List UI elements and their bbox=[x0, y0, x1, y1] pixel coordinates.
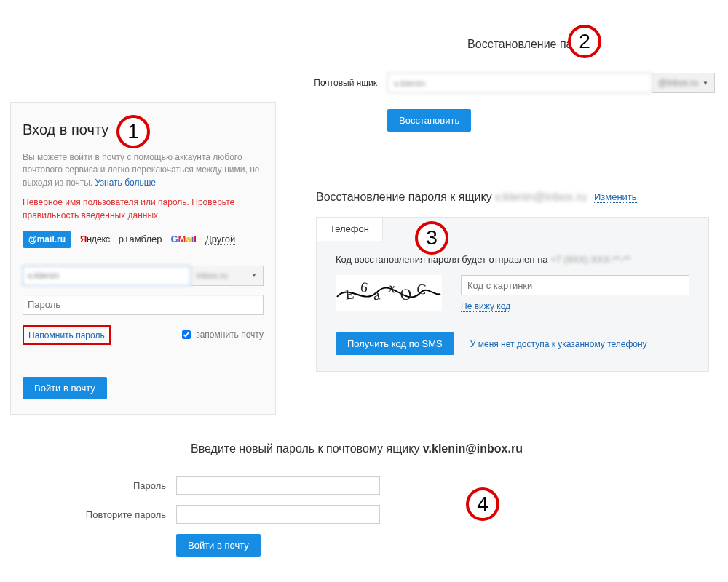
new-password-input[interactable] bbox=[176, 476, 380, 495]
login-description: Вы можете войти в почту с помощью аккаун… bbox=[23, 151, 264, 189]
recover-title: Восстановление пароля bbox=[351, 38, 715, 51]
provider-gmail[interactable]: GMail bbox=[170, 234, 196, 244]
login-password-input[interactable] bbox=[23, 295, 264, 315]
repeat-password-input[interactable] bbox=[176, 505, 380, 524]
repeat-password-label: Повторите пароль bbox=[73, 509, 166, 520]
login-error-text: Неверное имя пользователя или пароль. Пр… bbox=[23, 196, 264, 222]
phone-recover-email: v.klenin@inbox.ru bbox=[495, 191, 587, 204]
step-3-marker: 3 bbox=[415, 221, 448, 255]
captcha-refresh-link[interactable]: Не вижу код bbox=[461, 301, 510, 312]
recover-email-input[interactable] bbox=[387, 73, 652, 93]
svg-text:x: x bbox=[388, 279, 397, 295]
no-phone-access-link[interactable]: У меня нет доступа к указанному телефону bbox=[470, 339, 647, 349]
remind-password-link[interactable]: Напомнить пароль bbox=[28, 330, 105, 340]
tab-phone[interactable]: Телефон bbox=[316, 217, 383, 241]
new-password-label: Пароль bbox=[73, 480, 166, 491]
phone-recover-header: Восстановление пароля к ящику v.klenin@i… bbox=[316, 191, 709, 204]
get-sms-code-button[interactable]: Получить код по SMS bbox=[336, 332, 454, 355]
recover-submit-button[interactable]: Восстановить bbox=[387, 109, 471, 132]
svg-text:C: C bbox=[416, 282, 427, 298]
chevron-down-icon: ▼ bbox=[703, 80, 708, 87]
step-4-marker: 4 bbox=[466, 487, 499, 521]
svg-text:E: E bbox=[344, 286, 355, 302]
learn-more-link[interactable]: Узнать больше bbox=[95, 178, 156, 188]
captcha-code-input[interactable] bbox=[461, 275, 689, 295]
login-submit-button[interactable]: Войти в почту bbox=[23, 377, 107, 399]
remember-mail-checkbox[interactable] bbox=[182, 330, 191, 339]
svg-text:6: 6 bbox=[360, 279, 369, 295]
sms-sent-text: Код восстановления пароля будет отправле… bbox=[336, 254, 689, 265]
captcha-image: E 6 a x О C bbox=[336, 275, 442, 311]
provider-rambler[interactable]: р+амблер bbox=[119, 234, 162, 244]
provider-other[interactable]: Другой bbox=[205, 234, 235, 245]
remember-mail-label[interactable]: запомнить почту bbox=[179, 328, 264, 341]
login-panel: Вход в почту Вы можете войти в почту с п… bbox=[10, 102, 276, 415]
recover-mailbox-label: Почтовый ящик bbox=[307, 78, 377, 88]
login-email-input[interactable] bbox=[23, 266, 191, 286]
recover-domain-select[interactable]: @inbox.ru ▼ bbox=[652, 73, 715, 93]
login-domain-select[interactable]: inbox.ru ▼ bbox=[191, 266, 264, 286]
phone-recover-box: Телефон Код восстановления пароля будет … bbox=[316, 217, 709, 372]
remind-password-highlight: Напомнить пароль bbox=[23, 325, 111, 345]
change-mailbox-link[interactable]: Изменить bbox=[594, 191, 637, 203]
phone-recover-panel: Восстановление пароля к ящику v.klenin@i… bbox=[316, 191, 709, 372]
provider-mailru[interactable]: @mail.ru bbox=[23, 231, 71, 248]
new-password-submit-button[interactable]: Войти в почту bbox=[176, 534, 261, 557]
step-1-marker: 1 bbox=[116, 115, 150, 148]
chevron-down-icon: ▼ bbox=[251, 272, 257, 279]
provider-bar: @mail.ru Яндекс р+амблер GMail Другой bbox=[23, 231, 264, 248]
new-password-panel: Введите новый пароль к почтовому ящику v… bbox=[73, 442, 641, 557]
provider-yandex[interactable]: Яндекс bbox=[80, 234, 110, 244]
svg-text:a: a bbox=[371, 285, 382, 304]
new-password-title: Введите новый пароль к почтовому ящику v… bbox=[73, 442, 641, 455]
svg-text:О: О bbox=[400, 285, 413, 303]
recover-panel: Восстановление пароля Почтовый ящик @inb… bbox=[307, 38, 715, 132]
step-2-marker: 2 bbox=[568, 25, 601, 58]
